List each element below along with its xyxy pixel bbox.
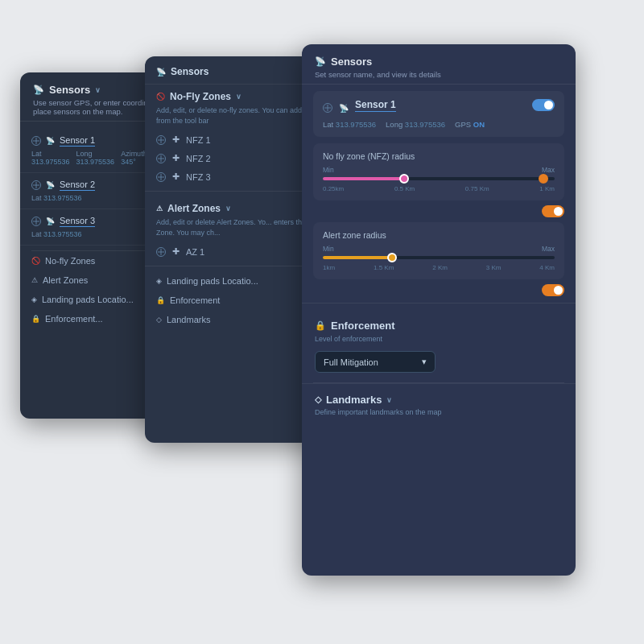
nfz-slider-thumb-max[interactable] [539,174,548,184]
nfz-name-3: NFZ 3 [186,172,211,182]
alert-icon-p2: ⚠ [156,204,163,213]
sensor-p3-toggle[interactable] [532,99,555,111]
nfz-radius-title: No fly zone (NFZ) radius [323,151,555,161]
enforcement-icon-p2: 🔒 [156,296,165,304]
sensors-label-p2: Sensors [171,66,208,77]
crosshair-p3 [323,103,332,113]
az-name-1: AZ 1 [186,247,204,257]
panel-3: 📡 Sensors Set sensor name, and view its … [302,44,576,576]
landing-icon-p2: ◈ [156,277,162,285]
lat-label-3: Lat 313.975536 [31,230,82,238]
sensor-icon-3: 📡 [46,217,55,225]
long-p3: Long 313.975536 [386,120,445,129]
nfz-label-p1: No-fly Zones [45,256,95,266]
sensor-1-name[interactable]: Sensor 1 [60,135,95,147]
alert-tick-labels: 1km 1.5 Km 2 Km 3 Km 4 Km [323,264,555,271]
sensor-icon-p3: 📡 [315,56,326,67]
alert-max-label: Max [542,245,555,253]
nfz-tick-1: 0.25km [323,185,344,192]
sensor-detail-coords: Lat 313.975536 Long 313.975536 GPS ON [323,120,485,129]
landmarks-title-p3[interactable]: ◇ Landmarks ∨ [315,394,563,406]
landmarks-icon-p2: ◇ [156,316,162,324]
alert-radius-container: Alert zone radius Min Max 1km 1.5 Km 2 K… [313,222,564,279]
long-label-1: Long 313.975536 [76,150,115,166]
nfz-title-p2: No-Fly Zones [170,91,231,102]
alert-slider-fill [323,256,392,259]
crosshair-nfz3 [156,172,166,182]
sensor-detail-name[interactable]: Sensor 1 [355,99,396,112]
alert-toggle[interactable] [542,284,564,296]
enforcement-title-p3: 🔒 Enforcement [315,320,563,332]
lat-label-1: Lat 313.975536 [31,150,70,166]
sensor-icon-detail: 📡 [339,104,349,113]
sensor-icon-p2: 📡 [156,68,166,76]
nfz-slider-fill [323,177,404,180]
alert-slider-thumb-min[interactable] [387,253,397,262]
alert-radius-title: Alert zone radius [323,230,555,240]
target-icon-2 [31,180,41,190]
enforcement-dropdown-value: Full Mitigation [324,357,378,367]
nfz-icon-p1: 🚫 [31,257,40,265]
dropdown-arrow-icon: ▾ [422,357,427,367]
crosshair-nfz2 [156,154,166,163]
alert-chevron-p2: ∨ [225,204,231,213]
nfz-tick-2: 0.5 Km [394,185,415,192]
enforcement-label-p1: Enforcement... [45,314,103,324]
target-icon-3 [31,217,41,226]
enforcement-icon-p1: 🔒 [31,315,40,323]
alert-slider-track[interactable] [323,256,555,259]
nfz-max-label: Max [542,166,555,174]
landmarks-section-p3: ◇ Landmarks ∨ Define important landmarks… [302,383,576,426]
panel-3-subtitle: Set sensor name, and view its details [315,70,563,79]
crosshair-nfz1 [156,135,166,145]
alert-tick-2: 1.5 Km [374,264,394,271]
sensor-icon-2: 📡 [46,181,55,189]
nfz-tick-3: 0.75 Km [465,185,489,192]
divider-p3-1 [302,303,576,303]
nfz-min-label: Min [323,166,334,174]
enforcement-icon-p3: 🔒 [315,320,326,331]
lat-p3: Lat 313.975536 [323,120,376,129]
sensor-2-name[interactable]: Sensor 2 [60,180,95,191]
sensor-icon-1: 📡 [46,137,55,145]
target-icon-1 [31,136,41,146]
azimuth-label-1: Azimuth 345° [121,150,147,166]
sensor-3-name[interactable]: Sensor 3 [60,216,95,227]
panel-3-title: 📡 Sensors [315,56,563,68]
enforcement-dropdown[interactable]: Full Mitigation ▾ [315,351,436,373]
plus-nfz1: ✚ [172,134,180,145]
plus-az1: ✚ [172,246,180,257]
landmarks-chevron-p3: ∨ [386,396,392,404]
landmarks-icon-p3: ◇ [315,394,321,405]
chevron-down-icon: ∨ [95,86,101,94]
landing-label-p1: Landing pads Locatio... [42,295,134,304]
alert-tick-4: 3 Km [486,264,502,271]
crosshair-az1 [156,247,166,257]
alert-title-p2: Alert Zones [167,203,221,214]
sensor-detail-row: 📡 Sensor 1 Lat 313.975536 Long 313.97553… [313,91,564,137]
alert-tick-1: 1km [323,264,335,271]
alert-tick-3: 2 Km [432,264,448,271]
nfz-chevron-p2: ∨ [236,93,242,101]
alert-tick-5: 4 Km [539,264,555,271]
alert-min-label: Min [323,245,334,253]
scene: 📡 Sensors ∨ Use sensor GPS, or enter coo… [20,40,624,604]
alert-slider-labels: Min Max [323,245,555,253]
landing-label-p2: Landing pads Locatio... [167,276,258,286]
enforcement-label-p2: Enforcement [170,295,220,305]
plus-nfz3: ✚ [172,171,180,182]
enforcement-section-p3: 🔒 Enforcement Level of enforcement Full … [302,310,576,382]
nfz-toggle[interactable] [542,205,564,217]
alert-icon-p1: ⚠ [31,276,38,284]
nfz-slider-track[interactable] [323,177,555,180]
gps-p3: GPS ON [455,120,485,129]
nfz-name-2: NFZ 2 [186,154,211,163]
enforcement-subtitle-p3: Level of enforcement [315,335,563,343]
nfz-radius-container: No fly zone (NFZ) radius Min Max 0.25km … [313,143,564,200]
nfz-slider-thumb-min[interactable] [399,174,409,184]
nfz-tick-4: 1 Km [539,185,555,192]
panel-3-header: 📡 Sensors Set sensor name, and view its … [302,44,576,85]
lat-label-2: Lat 313.975536 [31,194,82,202]
nfz-slider-labels: Min Max [323,166,555,174]
nfz-icon-p2: 🚫 [156,93,165,101]
